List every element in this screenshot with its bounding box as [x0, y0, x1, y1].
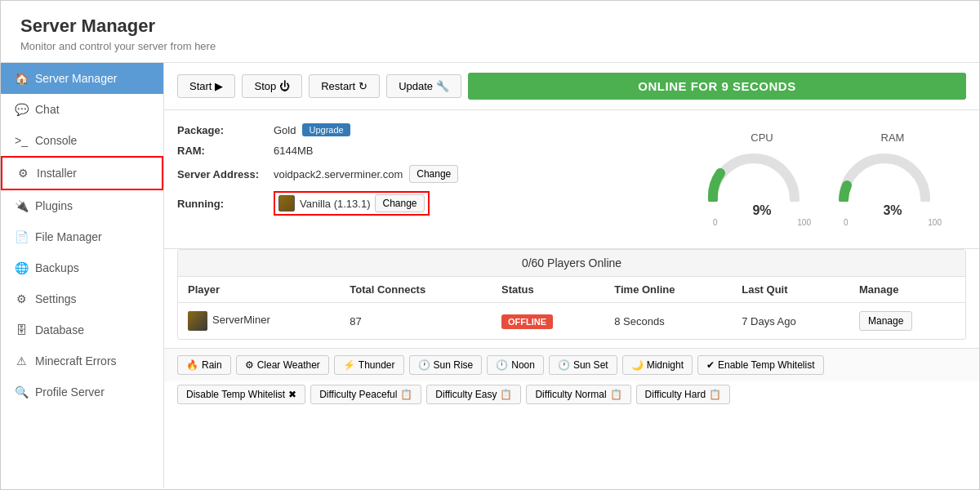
action-button-clear-weather[interactable]: ⚙Clear Weather — [236, 355, 329, 375]
cpu-semicircle — [705, 149, 803, 202]
start-label: Start — [189, 80, 212, 92]
sidebar-label-chat: Chat — [35, 103, 60, 116]
action-icon-midnight: 🌙 — [631, 359, 644, 371]
table-row: ServerMiner87OFFLINE8 Seconds7 Days AgoM… — [178, 303, 965, 340]
total-connects: 87 — [340, 303, 492, 340]
sidebar-icon-plugins: 🔌 — [14, 199, 29, 212]
players-table: PlayerTotal ConnectsStatusTime OnlineLas… — [178, 277, 965, 339]
toolbar: Start ▶ Stop ⏻ Restart ↻ Update 🔧 ONLINE… — [164, 63, 979, 110]
sidebar-item-profile-server[interactable]: 🔍Profile Server — [1, 376, 163, 408]
difficulty-label-difficulty-peaceful: Difficulty Peaceful — [319, 389, 397, 400]
package-label: Package: — [177, 124, 267, 136]
difficulty-button-difficulty-hard[interactable]: Difficulty Hard📋 — [636, 385, 730, 404]
address-value: voidpack2.serverminer.com — [274, 168, 403, 180]
minecraft-icon — [278, 195, 295, 212]
players-header: 0/60 Players Online — [178, 250, 965, 277]
online-badge: ONLINE FOR 9 SECONDS — [468, 73, 966, 100]
sidebar-label-minecraft-errors: Minecraft Errors — [35, 354, 117, 368]
difficulty-button-difficulty-peaceful[interactable]: Difficulty Peaceful📋 — [310, 385, 421, 404]
difficulty-label-difficulty-normal: Difficulty Normal — [535, 389, 606, 400]
action-button-rain[interactable]: 🔥Rain — [177, 355, 231, 375]
difficulty-bar: Disable Temp Whitelist✖Difficulty Peacef… — [164, 381, 979, 411]
difficulty-button-difficulty-normal[interactable]: Difficulty Normal📋 — [526, 385, 630, 404]
table-header-total-connects: Total Connects — [340, 277, 492, 303]
page-subtitle: Monitor and control your server from her… — [20, 40, 960, 52]
update-button[interactable]: Update 🔧 — [386, 74, 461, 98]
players-section: 0/60 Players Online PlayerTotal Connects… — [177, 249, 966, 340]
ram-gauge: RAM 3% 0 100 — [835, 131, 950, 227]
sidebar-item-server-manager[interactable]: 🏠Server Manager — [1, 63, 163, 94]
sidebar-label-profile-server: Profile Server — [35, 385, 105, 399]
difficulty-label-disable-temp-whitelist: Disable Temp Whitelist — [186, 389, 285, 400]
address-row: Server Address: voidpack2.serverminer.co… — [177, 165, 688, 183]
sidebar-label-database: Database — [35, 323, 84, 336]
difficulty-button-difficulty-easy[interactable]: Difficulty Easy📋 — [426, 385, 521, 404]
difficulty-button-disable-temp-whitelist[interactable]: Disable Temp Whitelist✖ — [177, 385, 305, 404]
sidebar-item-database[interactable]: 🗄Database — [1, 314, 163, 345]
sidebar-item-console[interactable]: >_Console — [1, 125, 163, 156]
action-button-noon[interactable]: 🕛Noon — [487, 355, 544, 375]
running-value: Vanilla (1.13.1) — [300, 198, 370, 210]
sidebar-label-settings: Settings — [35, 292, 77, 305]
action-icon-sun-rise: 🕐 — [418, 359, 430, 371]
sidebar-item-plugins[interactable]: 🔌Plugins — [1, 190, 163, 221]
ram-label: RAM: — [177, 145, 267, 157]
action-button-sun-set[interactable]: 🕐Sun Set — [549, 355, 617, 375]
running-highlight: Vanilla (1.13.1) Change — [274, 191, 430, 216]
running-change-button[interactable]: Change — [375, 194, 424, 212]
difficulty-icon-difficulty-easy: 📋 — [500, 389, 512, 400]
action-icon-clear-weather: ⚙ — [245, 359, 254, 371]
action-label-noon: Noon — [511, 359, 535, 371]
sidebar-icon-installer: ⚙ — [16, 167, 30, 180]
sidebar-icon-settings: ⚙ — [14, 292, 29, 305]
upgrade-button[interactable]: Upgrade — [302, 123, 350, 136]
players-table-body: ServerMiner87OFFLINE8 Seconds7 Days AgoM… — [178, 303, 965, 340]
restart-button[interactable]: Restart ↻ — [309, 74, 380, 98]
avatar — [188, 311, 207, 331]
action-label-sun-rise: Sun Rise — [434, 359, 474, 371]
cpu-value: 9% — [705, 203, 819, 218]
sidebar-icon-backups: 🌐 — [14, 261, 29, 274]
sidebar-icon-database: 🗄 — [14, 323, 29, 336]
sidebar-item-chat[interactable]: 💬Chat — [1, 94, 163, 125]
manage-button[interactable]: Manage — [859, 311, 912, 331]
update-icon: 🔧 — [436, 80, 449, 92]
action-button-enable-temp-whitelist[interactable]: ✔Enable Temp Whitelist — [697, 355, 824, 375]
package-row: Package: Gold Upgrade — [177, 123, 688, 136]
address-label: Server Address: — [177, 168, 267, 180]
address-change-button[interactable]: Change — [409, 165, 458, 183]
sidebar-item-backups[interactable]: 🌐Backups — [1, 252, 163, 283]
sidebar-icon-chat: 💬 — [14, 103, 29, 116]
sidebar-item-installer[interactable]: ⚙Installer — [1, 156, 163, 190]
table-header-status: Status — [492, 277, 604, 303]
status-cell: OFFLINE — [492, 303, 604, 340]
action-button-sun-rise[interactable]: 🕐Sun Rise — [409, 355, 483, 375]
time-online: 8 Seconds — [604, 303, 732, 340]
action-label-clear-weather: Clear Weather — [257, 359, 320, 371]
action-icon-noon: 🕛 — [496, 359, 508, 371]
ram-gauge-value: 3% — [835, 203, 950, 218]
action-button-thunder[interactable]: ⚡Thunder — [334, 355, 404, 375]
difficulty-icon-difficulty-normal: 📋 — [610, 389, 622, 400]
start-icon: ▶ — [215, 80, 223, 92]
ram-semicircle — [835, 149, 933, 202]
table-header-manage: Manage — [849, 277, 965, 303]
action-icon-sun-set: 🕐 — [558, 359, 570, 371]
sidebar-item-file-manager[interactable]: 📄File Manager — [1, 221, 163, 252]
sidebar-icon-console: >_ — [14, 134, 29, 147]
ram-labels: 0 100 — [844, 218, 942, 227]
running-label: Running: — [177, 198, 267, 210]
difficulty-label-difficulty-easy: Difficulty Easy — [435, 389, 497, 400]
stop-button[interactable]: Stop ⏻ — [242, 74, 302, 98]
restart-icon: ↻ — [359, 80, 368, 92]
action-label-sun-set: Sun Set — [573, 359, 608, 371]
manage-cell: Manage — [849, 303, 965, 340]
difficulty-icon-difficulty-peaceful: 📋 — [400, 389, 412, 400]
cpu-title: CPU — [705, 131, 819, 144]
ram-max: 100 — [928, 218, 942, 227]
sidebar-item-settings[interactable]: ⚙Settings — [1, 283, 163, 314]
cpu-gauge: CPU 9% 0 100 — [705, 131, 819, 227]
action-button-midnight[interactable]: 🌙Midnight — [622, 355, 693, 375]
sidebar-item-minecraft-errors[interactable]: ⚠Minecraft Errors — [1, 345, 163, 376]
start-button[interactable]: Start ▶ — [177, 74, 235, 98]
